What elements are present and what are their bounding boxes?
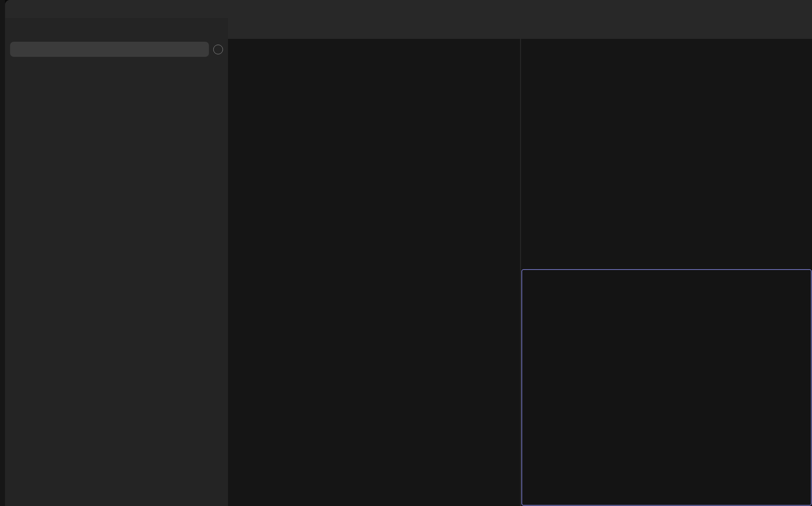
titlebar (5, 0, 812, 18)
search-row (5, 39, 228, 62)
main-area (228, 18, 812, 506)
connection-tree (5, 62, 228, 506)
terminal-pane-df-focused[interactable] (521, 269, 812, 506)
search-box[interactable] (10, 42, 209, 57)
connection-type-tabs (5, 18, 228, 39)
help-button[interactable] (213, 45, 223, 54)
terminal-pane-main[interactable] (228, 39, 521, 506)
terminal-pane-htop[interactable] (521, 39, 812, 268)
desktop-edge (0, 0, 5, 506)
app-window (5, 0, 812, 506)
search-input[interactable] (18, 46, 205, 53)
sidebar (5, 18, 228, 506)
session-tab-bar (228, 18, 812, 39)
